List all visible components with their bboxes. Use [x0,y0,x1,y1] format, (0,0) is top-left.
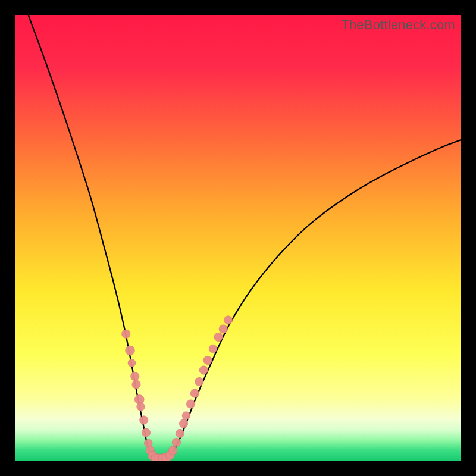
sample-dot [186,400,195,408]
sample-dot [176,429,184,437]
sample-dot [214,333,223,341]
sample-dot [199,366,208,374]
sample-dot [122,330,130,338]
sample-dot [203,356,212,364]
sample-dot [224,316,232,324]
chart-svg [15,15,461,461]
watermark-label: TheBottleneck.com [341,17,455,33]
sample-dot [128,359,136,367]
plot-area: TheBottleneck.com [15,15,461,461]
sample-dot [195,377,203,386]
chart-frame: TheBottleneck.com [0,0,476,476]
sample-dot [126,346,135,355]
sample-dot [140,416,148,424]
sample-dot [137,403,145,411]
sample-dot [132,380,140,389]
sample-dot [190,389,199,397]
sample-dot [179,419,187,428]
sample-dot [172,438,180,446]
sample-dot [182,412,190,420]
sample-dot [142,428,150,437]
sample-dot [219,325,227,333]
sample-dot [131,372,139,380]
gradient-background [15,15,461,461]
sample-dot [209,345,217,353]
sample-dot [168,446,177,455]
